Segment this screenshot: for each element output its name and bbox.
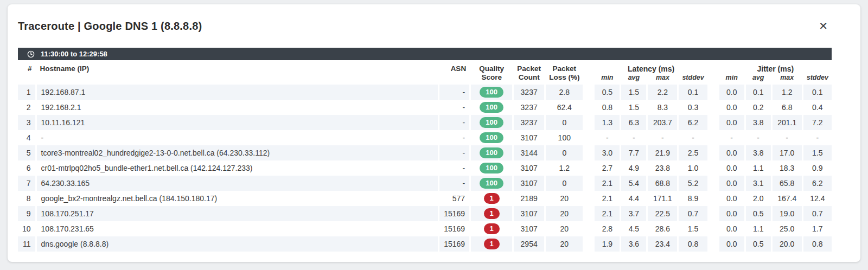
quality-score-badge: 100 [480, 117, 503, 128]
packet-loss-cell: 0 [546, 115, 583, 130]
packet-count-cell: 3237 [514, 100, 544, 115]
column-gap [709, 160, 718, 176]
packet-count-cell: 3237 [514, 115, 544, 130]
latency-avg-cell: 4.4 [621, 191, 646, 206]
latency-max-cell: 23.8 [648, 160, 677, 176]
latency-stddev-cell: 0.8 [679, 236, 707, 252]
packet-count-cell: 2954 [514, 236, 544, 252]
jitter-max-cell: 1.2 [773, 85, 802, 100]
latency-min-cell: 0.8 [595, 100, 620, 115]
jitter-max-cell: 167.4 [773, 191, 802, 206]
hostname-cell: 64.230.33.165 [37, 176, 438, 191]
page-title: Traceroute | Google DNS 1 (8.8.8.8) [18, 4, 850, 33]
jitter-stddev-cell: 12.4 [803, 191, 832, 206]
packet-loss-cell: 20 [546, 221, 583, 236]
header-hop: # [18, 60, 35, 85]
table-header: # Hostname (IP) ASN Quality Score Packet… [18, 60, 832, 85]
jitter-avg-cell: 0.5 [746, 236, 771, 252]
clock-icon [27, 50, 35, 58]
latency-max-cell: 203.7 [648, 115, 677, 130]
hostname-cell: 192.168.87.1 [37, 85, 438, 100]
column-gap [584, 100, 593, 115]
header-packet-count: Packet Count [514, 60, 544, 85]
packet-loss-cell: 0 [546, 145, 583, 160]
jitter-stddev-cell: 0.1 [803, 85, 832, 100]
table-row: 5tcore3-montreal02_hundredgige2-13-0-0.n… [18, 145, 832, 160]
jitter-avg-cell: 1.1 [746, 160, 771, 176]
column-gap [709, 130, 718, 145]
hostname-cell: 108.170.231.65 [37, 221, 438, 236]
time-range-bar: 11:30:00 to 12:29:58 [18, 48, 832, 60]
asn-cell: - [439, 85, 469, 100]
latency-stddev-cell: 0.1 [679, 85, 707, 100]
asn-cell: - [439, 176, 469, 191]
column-gap [709, 145, 718, 160]
packet-loss-cell: 0 [546, 176, 583, 191]
quality-score-badge: 100 [480, 178, 503, 189]
packet-loss-cell: 20 [546, 191, 583, 206]
header-latency-max: max [648, 73, 677, 85]
column-gap [709, 191, 718, 206]
quality-score-cell: 1 [471, 221, 512, 236]
latency-stddev-cell: 0.3 [679, 100, 707, 115]
header-quality-score: Quality Score [471, 60, 512, 85]
quality-score-cell: 100 [471, 115, 512, 130]
column-gap [709, 85, 718, 100]
jitter-stddev-cell: 0.8 [803, 236, 832, 252]
packet-count-cell: 3144 [514, 145, 544, 160]
column-gap [584, 115, 593, 130]
jitter-min-cell: 0.0 [719, 221, 744, 236]
jitter-stddev-cell: 7.2 [803, 115, 832, 130]
traceroute-table: # Hostname (IP) ASN Quality Score Packet… [16, 60, 833, 252]
header-latency-avg: avg [621, 73, 646, 85]
jitter-max-cell: 20.0 [773, 236, 802, 252]
latency-avg-cell: 7.7 [621, 145, 646, 160]
jitter-min-cell: 0.0 [719, 206, 744, 221]
jitter-max-cell: - [773, 130, 802, 145]
packet-loss-cell: 1.2 [546, 160, 583, 176]
asn-cell: 15169 [439, 206, 469, 221]
hop-number: 8 [18, 191, 35, 206]
quality-score-cell: 100 [471, 145, 512, 160]
jitter-min-cell: 0.0 [719, 100, 744, 115]
latency-avg-cell: - [621, 130, 646, 145]
header-jitter-group: Jitter (ms) [719, 60, 832, 73]
latency-stddev-cell: 0.7 [679, 206, 707, 221]
table-row: 764.230.33.165-100310702.15.468.85.20.03… [18, 176, 832, 191]
quality-score-badge: 100 [480, 102, 503, 113]
quality-score-badge: 1 [484, 208, 500, 219]
column-gap [584, 206, 593, 221]
column-gap [584, 60, 593, 85]
hostname-cell: 10.11.16.121 [37, 115, 438, 130]
latency-avg-cell: 6.3 [621, 115, 646, 130]
jitter-max-cell: 19.0 [773, 206, 802, 221]
latency-avg-cell: 3.7 [621, 206, 646, 221]
close-icon[interactable]: ✕ [818, 20, 829, 33]
hostname-cell: google_bx2-montrealgz.net.bell.ca (184.1… [37, 191, 438, 206]
latency-avg-cell: 4.9 [621, 160, 646, 176]
hop-number: 2 [18, 100, 35, 115]
traceroute-table-body: 1192.168.87.1-10032372.80.51.52.20.10.00… [18, 85, 832, 252]
column-gap [709, 221, 718, 236]
table-row: 11dns.google (8.8.8.8)1516912954201.93.6… [18, 236, 832, 252]
column-gap [709, 115, 718, 130]
jitter-max-cell: 18.3 [773, 160, 802, 176]
asn-cell: 15169 [439, 221, 469, 236]
latency-max-cell: - [648, 130, 677, 145]
quality-score-badge: 1 [484, 193, 500, 204]
column-gap [584, 191, 593, 206]
quality-score-cell: 100 [471, 100, 512, 115]
table-row: 310.11.16.121-100323701.36.3203.76.20.03… [18, 115, 832, 130]
asn-cell: - [439, 100, 469, 115]
latency-max-cell: 23.4 [648, 236, 677, 252]
jitter-min-cell: 0.0 [719, 85, 744, 100]
jitter-avg-cell: 3.8 [746, 115, 771, 130]
hop-number: 5 [18, 145, 35, 160]
packet-loss-cell: 20 [546, 236, 583, 252]
hop-number: 1 [18, 85, 35, 100]
hop-number: 3 [18, 115, 35, 130]
table-row: 4--1003107100-------- [18, 130, 832, 145]
latency-stddev-cell: 1.0 [679, 160, 707, 176]
column-gap [584, 85, 593, 100]
time-range-label: 11:30:00 to 12:29:58 [41, 50, 107, 58]
